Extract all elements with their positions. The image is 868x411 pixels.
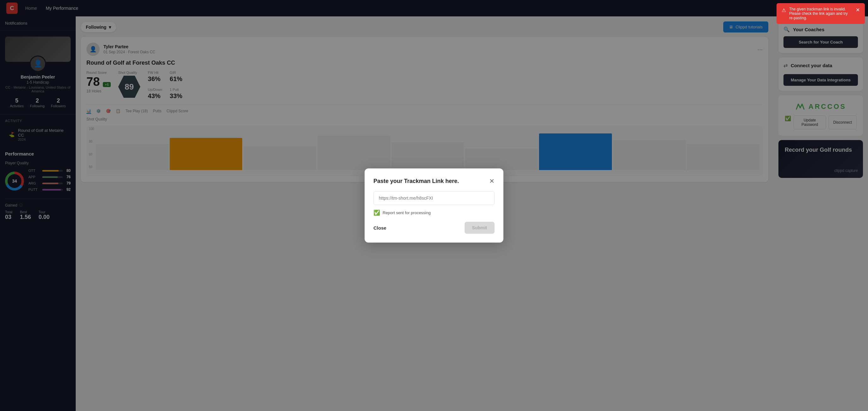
modal-header: Paste your Trackman Link here. ✕: [373, 177, 495, 185]
error-message: The given trackman link is invalid. Plea…: [789, 7, 852, 20]
modal-close-button[interactable]: Close: [373, 225, 386, 230]
trackman-modal: Paste your Trackman Link here. ✕ ✅ Repor…: [365, 168, 503, 243]
success-check-icon: ✅: [373, 210, 380, 216]
modal-overlay: Paste your Trackman Link here. ✕ ✅ Repor…: [0, 0, 868, 411]
error-banner: ⚠ The given trackman link is invalid. Pl…: [777, 3, 865, 24]
error-icon: ⚠: [782, 7, 786, 13]
modal-success-message: ✅ Report sent for processing: [373, 210, 495, 216]
modal-title: Paste your Trackman Link here.: [373, 178, 459, 185]
modal-close-x-button[interactable]: ✕: [489, 177, 495, 185]
error-close-button[interactable]: ✕: [856, 7, 860, 13]
modal-actions: Close Submit: [373, 222, 495, 234]
trackman-link-input[interactable]: [373, 191, 495, 205]
success-text: Report sent for processing: [382, 211, 431, 215]
modal-submit-button[interactable]: Submit: [465, 222, 495, 234]
